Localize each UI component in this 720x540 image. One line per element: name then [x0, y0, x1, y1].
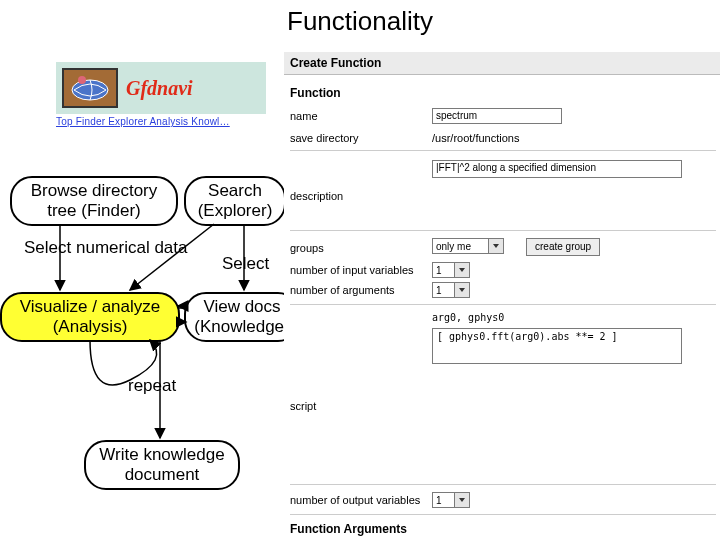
save-dir-value: /usr/root/functions	[432, 132, 519, 144]
label-repeat: repeat	[128, 376, 176, 396]
node-visualize-l2: (Analysis)	[53, 317, 128, 337]
chevron-down-icon	[488, 239, 503, 253]
node-write-l1: Write knowledge	[99, 445, 224, 465]
node-browse-l2: tree (Finder)	[47, 201, 141, 221]
groups-select[interactable]: only me	[432, 238, 504, 254]
logo-banner: Gfdnavi	[56, 62, 266, 114]
node-search: Search (Explorer)	[184, 176, 286, 226]
divider-5	[290, 514, 716, 515]
logo-text: Gfdnavi	[126, 77, 193, 100]
node-search-l2: (Explorer)	[198, 201, 273, 221]
svg-point-1	[78, 76, 86, 84]
node-browse-l1: Browse directory	[31, 181, 158, 201]
divider-2	[290, 230, 716, 231]
save-dir-label: save directory	[290, 132, 358, 144]
divider-3	[290, 304, 716, 305]
node-visualize: Visualize / analyze (Analysis)	[0, 292, 180, 342]
num-out-select[interactable]: 1	[432, 492, 470, 508]
section-function: Function	[290, 86, 341, 100]
node-write-l2: document	[125, 465, 200, 485]
chevron-down-icon	[454, 283, 469, 297]
description-input[interactable]: |FFT|^2 along a specified dimension	[432, 160, 682, 178]
divider-4	[290, 484, 716, 485]
section-func-args: Function Arguments	[290, 522, 407, 536]
num-input-label: number of input variables	[290, 264, 414, 276]
logo-icon	[62, 68, 118, 108]
create-group-button[interactable]: create group	[526, 238, 600, 256]
node-visualize-l1: Visualize / analyze	[20, 297, 161, 317]
chevron-down-icon	[454, 493, 469, 507]
nav-links[interactable]: Top Finder Explorer Analysis Knowl…	[56, 116, 266, 127]
node-view-l1: View docs	[203, 297, 280, 317]
name-input[interactable]: spectrum	[432, 108, 562, 124]
node-view: View docs (Knowledge)	[184, 292, 300, 342]
node-browse: Browse directory tree (Finder)	[10, 176, 178, 226]
num-args-select[interactable]: 1	[432, 282, 470, 298]
node-search-l1: Search	[208, 181, 262, 201]
groups-label: groups	[290, 242, 324, 254]
description-label: description	[290, 190, 343, 202]
chevron-down-icon	[454, 263, 469, 277]
window-titlebar: Create Function	[284, 52, 720, 75]
arg-hint: arg0, gphys0	[432, 312, 504, 323]
groups-value: only me	[436, 241, 488, 252]
num-args-value: 1	[436, 285, 454, 296]
num-input-select[interactable]: 1	[432, 262, 470, 278]
node-view-l2: (Knowledge)	[194, 317, 289, 337]
window-title-text: Create Function	[290, 56, 381, 70]
script-label: script	[290, 400, 316, 412]
num-input-value: 1	[436, 265, 454, 276]
name-label: name	[290, 110, 318, 122]
node-write: Write knowledge document	[84, 440, 240, 490]
num-out-label: number of output variables	[290, 494, 420, 506]
num-out-value: 1	[436, 495, 454, 506]
script-input[interactable]: [ gphys0.fft(arg0).abs **= 2 ]	[432, 328, 682, 364]
page-title: Functionality	[0, 6, 720, 37]
num-args-label: number of arguments	[290, 284, 395, 296]
label-select-data: Select numerical data	[24, 238, 187, 258]
label-select: Select	[222, 254, 269, 274]
divider-1	[290, 150, 716, 151]
svg-point-0	[72, 80, 108, 100]
create-function-panel: Create Function Function name spectrum s…	[284, 52, 720, 540]
